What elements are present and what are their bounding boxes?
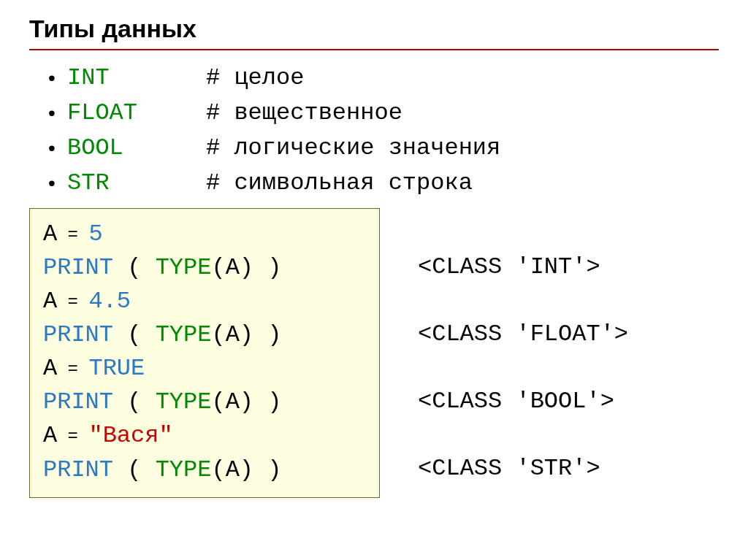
type-list: • INT # целое • FLOAT # вещественное • B… (48, 61, 719, 201)
output-spacer (418, 418, 628, 452)
equals-sign: = (57, 426, 88, 446)
output-column: <CLASS 'INT'> <CLASS 'FLOAT'> <CLASS 'BO… (380, 208, 628, 498)
code-line: PRINT ( TYPE(A) ) (43, 453, 366, 487)
code-line: A = 5 (43, 218, 366, 251)
var-name: A (43, 288, 57, 315)
code-line: PRINT ( TYPE(A) ) (43, 318, 366, 352)
print-call: PRINT (43, 456, 113, 483)
paren: ) (253, 254, 281, 281)
int-literal: 5 (88, 220, 102, 248)
paren: ) (253, 321, 281, 348)
paren: ) (253, 388, 281, 415)
print-call: PRINT (43, 388, 113, 415)
type-keyword: INT (67, 61, 206, 96)
code-line: PRINT ( TYPE(A) ) (43, 251, 366, 285)
paren: ( (113, 456, 156, 483)
example-area: A = 5 PRINT ( TYPE(A) ) A = 4.5 PRINT ( … (29, 208, 719, 498)
arg: (A) (211, 456, 253, 483)
arg: (A) (211, 254, 253, 281)
print-call: PRINT (43, 254, 113, 281)
output-line: <CLASS 'STR'> (418, 452, 628, 486)
type-row: • FLOAT # вещественное (48, 96, 719, 131)
type-keyword: STR (67, 166, 206, 201)
type-row: • STR # символьная строка (48, 166, 719, 201)
float-literal: 4.5 (88, 288, 131, 315)
code-line: A = TRUE (43, 352, 366, 386)
type-comment: # целое (206, 61, 304, 96)
slide-heading: Типы данных (29, 15, 719, 50)
output-spacer (418, 351, 628, 385)
paren: ( (113, 321, 156, 348)
var-name: A (43, 355, 57, 382)
code-box: A = 5 PRINT ( TYPE(A) ) A = 4.5 PRINT ( … (29, 208, 380, 498)
paren: ) (253, 456, 281, 483)
type-keyword: FLOAT (67, 96, 206, 131)
type-call: TYPE (156, 321, 212, 348)
arg: (A) (211, 321, 253, 348)
var-name: A (43, 220, 57, 248)
type-row: • BOOL # логические значения (48, 131, 719, 166)
paren: ( (113, 254, 156, 281)
output-spacer (418, 284, 628, 318)
code-line: PRINT ( TYPE(A) ) (43, 386, 366, 419)
output-spacer (418, 217, 628, 250)
bullet-icon: • (48, 63, 67, 93)
type-comment: # символьная строка (206, 166, 473, 201)
paren: ( (113, 388, 156, 415)
print-call: PRINT (43, 321, 113, 348)
arg: (A) (211, 388, 253, 415)
string-literal: "Вася" (88, 422, 172, 449)
bool-literal: TRUE (88, 355, 145, 382)
equals-sign: = (57, 292, 88, 312)
output-line: <CLASS 'BOOL'> (418, 385, 628, 418)
type-keyword: BOOL (67, 131, 206, 166)
type-comment: # логические значения (206, 131, 500, 166)
code-line: A = 4.5 (43, 285, 366, 318)
output-line: <CLASS 'FLOAT'> (418, 318, 628, 351)
bullet-icon: • (48, 133, 67, 164)
bullet-icon: • (48, 168, 67, 199)
var-name: A (43, 422, 57, 449)
output-line: <CLASS 'INT'> (418, 250, 628, 284)
type-call: TYPE (156, 254, 212, 281)
equals-sign: = (57, 359, 88, 379)
type-call: TYPE (156, 456, 212, 483)
type-row: • INT # целое (48, 61, 719, 96)
code-line: A = "Вася" (43, 419, 366, 453)
equals-sign: = (57, 225, 88, 245)
bullet-icon: • (48, 98, 67, 129)
type-comment: # вещественное (206, 96, 402, 131)
type-call: TYPE (156, 388, 212, 415)
